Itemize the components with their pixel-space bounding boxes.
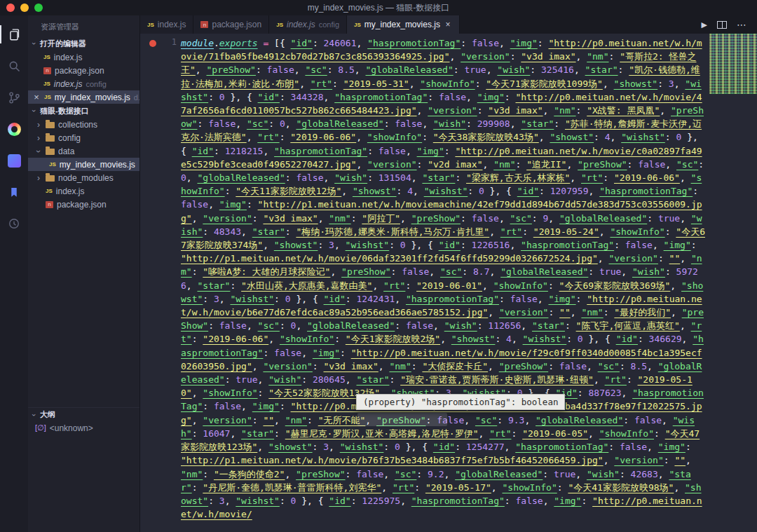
file-label: package.json [55, 66, 104, 76]
js-file-icon: JS [147, 22, 154, 28]
run-icon[interactable]: ▶ [702, 20, 707, 29]
tab-my-index-movies-js[interactable]: JS my_index_movies.js × [347, 15, 460, 34]
vscode-window: my_index_movies.js — 猫眼-数据接口 [0, 0, 757, 532]
outline-label: 大纲 [40, 409, 55, 420]
outline-item-label: <unknown> [50, 423, 93, 433]
npm-file-icon: n [200, 21, 208, 28]
file-dir-hint: d... [134, 93, 139, 102]
folder-label: data [58, 146, 74, 156]
tree-folder-collections[interactable]: › collections [28, 118, 139, 131]
chevron-down-icon: › [34, 148, 43, 155]
file-label: package.json [57, 200, 107, 210]
tree-folder-node-modules[interactable]: › node_modules [28, 171, 139, 184]
chevron-right-icon: › [35, 120, 42, 130]
hovered-word-highlight [357, 413, 447, 426]
sidebar-title: 资源管理器 [28, 15, 139, 36]
extension-box-icon[interactable] [0, 151, 28, 170]
open-editor-package-json[interactable]: n package.json [28, 64, 139, 77]
file-label: my_index_movies.js [55, 93, 130, 102]
file-dir-hint: config [86, 80, 106, 88]
tab-dir-hint: config [319, 20, 339, 29]
folder-label: config [58, 133, 81, 143]
js-file-icon: JS [43, 54, 50, 60]
js-file-icon: JS [49, 161, 56, 168]
open-editor-my-index-movies-js[interactable]: × JS my_index_movies.js d... [28, 90, 139, 104]
js-file-icon: JS [44, 94, 51, 100]
chevron-right-icon: › [35, 133, 42, 143]
tab-index-js[interactable]: JS index.js [140, 15, 193, 34]
bookmarks-icon[interactable] [0, 183, 28, 201]
code-editor: 1 module.exports = [{ "id": 246061, "has… [140, 34, 757, 532]
tab-package-json[interactable]: n package.json [193, 15, 269, 34]
minimap[interactable] [709, 34, 757, 94]
close-window-button[interactable] [6, 4, 15, 12]
window-title: my_index_movies.js — 猫眼-数据接口 [308, 2, 450, 14]
outline-header[interactable]: › 大纲 [28, 407, 139, 421]
explorer-icon[interactable] [0, 25, 28, 43]
tab-bar: JS index.js n package.json JS index.js c… [140, 15, 757, 34]
open-editor-index-js[interactable]: JS index.js [28, 50, 139, 64]
editor-actions: ▶ ⋯ [702, 15, 757, 34]
line-number: 1 [140, 37, 177, 47]
folder-icon [46, 175, 55, 182]
hover-tooltip-text: (property) "haspromotionTag": boolean [363, 397, 558, 407]
file-label: my_index_movies.js [60, 160, 135, 170]
tab-label: index.js [287, 20, 315, 29]
tab-label: package.json [212, 20, 261, 29]
symbol-unknown-icon: [∅] [35, 423, 46, 432]
activity-bar [0, 15, 28, 532]
folder-label: node_modules [58, 173, 114, 183]
tree-file-my-index-movies-js[interactable]: JS my_index_movies.js [28, 158, 139, 171]
close-icon[interactable]: × [444, 20, 452, 29]
split-editor-icon[interactable] [717, 21, 727, 29]
titlebar: my_index_movies.js — 猫眼-数据接口 [0, 0, 757, 15]
zoom-window-button[interactable] [34, 4, 43, 12]
open-editor-index-js-config[interactable]: JS index.js config [28, 77, 139, 90]
npm-file-icon: n [43, 67, 51, 74]
editor-area: JS index.js n package.json JS index.js c… [140, 15, 757, 532]
folder-icon [46, 122, 55, 128]
tree-file-package-json[interactable]: n package.json [28, 198, 139, 211]
sidebar-spacer [28, 211, 139, 407]
editor-code[interactable]: module.exports = [{ "id": 246061, "haspr… [181, 36, 707, 532]
project-folder-label: 猫眼-数据接口 [40, 106, 89, 116]
folder-open-icon [46, 149, 55, 155]
file-label: index.js [54, 79, 83, 89]
tree-folder-data[interactable]: › data [28, 144, 139, 158]
tab-index-js-config[interactable]: JS index.js config [269, 15, 347, 34]
js-file-icon: JS [46, 188, 53, 194]
tree-folder-config[interactable]: › config [28, 131, 139, 144]
chevron-right-icon: › [35, 173, 42, 183]
minimize-window-button[interactable] [20, 4, 29, 12]
extension-ring-icon[interactable] [0, 120, 28, 138]
open-editors-header[interactable]: › 打开的编辑器 [28, 36, 139, 50]
sidebar-explorer: 资源管理器 › 打开的编辑器 JS index.js n package.jso… [28, 15, 140, 532]
chevron-down-icon: › [30, 411, 39, 418]
workbench: 资源管理器 › 打开的编辑器 JS index.js n package.jso… [0, 15, 757, 532]
source-control-icon[interactable] [0, 88, 28, 107]
tab-label: my_index_movies.js [364, 20, 440, 29]
folder-icon [46, 135, 55, 142]
more-actions-icon[interactable]: ⋯ [737, 19, 747, 30]
file-label: index.js [56, 186, 85, 196]
tree-file-index-js[interactable]: JS index.js [28, 184, 139, 198]
traffic-lights [6, 4, 43, 12]
outline-item-unknown[interactable]: [∅] <unknown> [28, 421, 139, 435]
js-file-icon: JS [276, 22, 283, 28]
hover-tooltip: (property) "haspromotionTag": boolean [356, 394, 565, 410]
tab-label: index.js [158, 20, 186, 29]
js-file-icon: JS [43, 81, 50, 87]
search-icon[interactable] [0, 57, 28, 75]
file-label: index.js [54, 53, 83, 62]
history-icon[interactable] [0, 214, 28, 233]
npm-file-icon: n [46, 201, 53, 208]
js-file-icon: JS [354, 22, 361, 28]
open-editors-label: 打开的编辑器 [40, 39, 86, 49]
folder-label: collections [58, 120, 97, 130]
project-folder-header[interactable]: › 猫眼-数据接口 [28, 104, 139, 118]
chevron-down-icon: › [30, 40, 39, 47]
close-icon[interactable]: × [32, 92, 41, 102]
chevron-down-icon: › [30, 107, 39, 114]
